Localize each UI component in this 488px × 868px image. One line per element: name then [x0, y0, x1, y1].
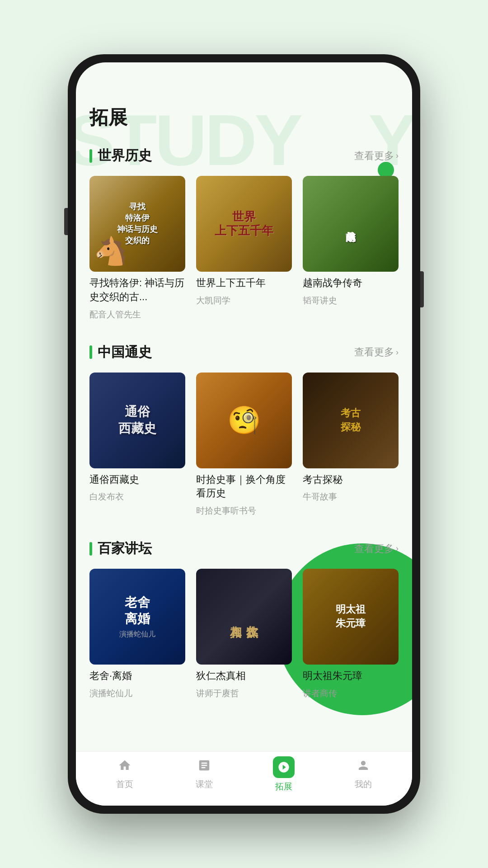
cover-divorce-text: 老舍离婚: [125, 594, 150, 627]
book-grid-world-history: 寻找特洛伊神话与历史交织的 寻找特洛伊: 神话与历史交织的古... 配音人管先生…: [89, 176, 399, 321]
title-bar-baijia: [89, 542, 92, 556]
nav-label-expand: 拓展: [275, 781, 292, 793]
book-item-vietnam[interactable]: 越南战争 越南战争传奇 韬哥讲史: [303, 176, 399, 321]
book-title-tibet: 通俗西藏史: [89, 473, 185, 487]
main-content: 拓展 世界历史 查看更多 ›: [76, 82, 412, 751]
see-more-baijia[interactable]: 查看更多 ›: [354, 542, 399, 556]
book-title-troy: 寻找特洛伊: 神话与历史交织的古...: [89, 276, 185, 304]
bottom-navigation: 首页 课堂 拓展: [76, 751, 412, 806]
nav-label-home: 首页: [116, 778, 133, 790]
section-header-china-history: 中国通史 查看更多 ›: [89, 343, 399, 362]
title-bar-world-history: [89, 149, 92, 163]
book-author-jie: 讲师于赓哲: [196, 688, 292, 699]
nav-item-mine[interactable]: 我的: [324, 759, 403, 790]
book-cover-vietnam: 越南战争: [303, 176, 399, 272]
book-author-tibet: 白发布衣: [89, 491, 185, 503]
chevron-right-icon: ›: [396, 151, 399, 160]
section-world-history: 世界历史 查看更多 › 寻找特洛伊神话与历史交织的 寻找特洛伊: 神话与历史交织…: [89, 146, 399, 321]
status-bar: [76, 62, 412, 82]
mine-icon: [357, 759, 370, 776]
book-item-divorce[interactable]: 老舍离婚 演播蛇仙儿 老舍·离婚 演播蛇仙儿: [89, 569, 185, 699]
book-cover-divorce: 老舍离婚 演播蛇仙儿: [89, 569, 185, 665]
book-cover-world5000: 世界上下五千年: [196, 176, 292, 272]
book-cover-tibet: 通俗西藏史: [89, 373, 185, 468]
chevron-right-icon-3: ›: [396, 544, 399, 553]
section-header-world-history: 世界历史 查看更多 ›: [89, 146, 399, 165]
book-cover-history-angle: 🧐: [196, 373, 292, 468]
section-title-world-history: 世界历史: [89, 146, 152, 165]
phone-screen: STUDY Y 拓展 世界历史 查看更多 ›: [76, 62, 412, 806]
cover-troy-text: 寻找特洛伊神话与历史交织的: [113, 197, 162, 251]
book-item-troy[interactable]: 寻找特洛伊神话与历史交织的 寻找特洛伊: 神话与历史交织的古... 配音人管先生: [89, 176, 185, 321]
nav-label-mine: 我的: [355, 778, 372, 790]
nav-label-class: 课堂: [196, 778, 213, 790]
book-cover-zhu: 明太祖朱元璋: [303, 569, 399, 665]
book-item-tibet[interactable]: 通俗西藏史 通俗西藏史 白发布衣: [89, 373, 185, 517]
book-author-zhu: 讲者商传: [303, 688, 399, 699]
book-item-world5000[interactable]: 世界上下五千年 世界上下五千年 大凯同学: [196, 176, 292, 321]
phone-frame: STUDY Y 拓展 世界历史 查看更多 ›: [68, 54, 420, 814]
book-title-world5000: 世界上下五千年: [196, 276, 292, 290]
nav-item-class[interactable]: 课堂: [164, 759, 244, 790]
book-cover-jie: 狄仁杰真相: [196, 569, 292, 665]
book-title-jie: 狄仁杰真相: [196, 669, 292, 683]
title-bar-china-history: [89, 345, 92, 359]
book-title-vietnam: 越南战争传奇: [303, 276, 399, 290]
page-title: 拓展: [89, 105, 399, 130]
book-title-history-angle: 时拾史事｜换个角度看历史: [196, 473, 292, 501]
book-author-world5000: 大凯同学: [196, 295, 292, 307]
home-icon: [118, 759, 131, 776]
power-button: [420, 271, 424, 307]
book-author-history-angle: 时拾史事听书号: [196, 505, 292, 517]
book-item-jie[interactable]: 狄仁杰真相 狄仁杰真相 讲师于赓哲: [196, 569, 292, 699]
book-item-zhu[interactable]: 明太祖朱元璋 明太祖朱元璋 讲者商传: [303, 569, 399, 699]
section-baijia: 百家讲坛 查看更多 › 老舍离婚 演播蛇仙儿 老舍·离婚: [89, 539, 399, 699]
chevron-right-icon-2: ›: [396, 348, 399, 357]
book-item-history-angle[interactable]: 🧐 时拾史事｜换个角度看历史 时拾史事听书号: [196, 373, 292, 517]
book-cover-troy: 寻找特洛伊神话与历史交织的: [89, 176, 185, 272]
cover-divorce-sub: 演播蛇仙儿: [119, 630, 155, 639]
section-title-china-history: 中国通史: [89, 343, 152, 362]
book-grid-china-history: 通俗西藏史 通俗西藏史 白发布衣 🧐 时拾史事｜换个角度看历史 时拾史事听书号: [89, 373, 399, 517]
cover-zhu-text: 明太祖朱元璋: [332, 599, 369, 634]
see-more-world-history[interactable]: 查看更多 ›: [354, 149, 399, 163]
volume-button: [64, 208, 68, 235]
book-author-vietnam: 韬哥讲史: [303, 295, 399, 307]
book-title-archaeology: 考古探秘: [303, 473, 399, 487]
bottom-padding: [89, 722, 399, 731]
nav-item-expand[interactable]: 拓展: [244, 756, 324, 793]
expand-icon: [273, 756, 295, 778]
cover-world5000-text: 世界上下五千年: [215, 210, 273, 238]
class-icon: [197, 759, 211, 776]
book-author-divorce: 演播蛇仙儿: [89, 688, 185, 699]
book-author-troy: 配音人管先生: [89, 309, 185, 321]
book-grid-baijia: 老舍离婚 演播蛇仙儿 老舍·离婚 演播蛇仙儿 狄仁杰真相 狄仁杰真相 讲师于赓哲: [89, 569, 399, 699]
cover-tibet-text: 通俗西藏史: [118, 404, 156, 437]
book-author-archaeology: 牛哥故事: [303, 491, 399, 503]
book-title-divorce: 老舍·离婚: [89, 669, 185, 683]
cover-history-angle-inner: 🧐: [227, 404, 261, 436]
book-item-archaeology[interactable]: 考古探秘 考古探秘 牛哥故事: [303, 373, 399, 517]
section-title-baijia: 百家讲坛: [89, 539, 152, 558]
book-cover-archaeology: 考古探秘: [303, 373, 399, 468]
section-header-baijia: 百家讲坛 查看更多 ›: [89, 539, 399, 558]
book-title-zhu: 明太祖朱元璋: [303, 669, 399, 683]
cover-archaeology-text: 考古探秘: [341, 406, 361, 434]
nav-item-home[interactable]: 首页: [85, 759, 164, 790]
see-more-china-history[interactable]: 查看更多 ›: [354, 345, 399, 359]
section-china-history: 中国通史 查看更多 › 通俗西藏史 通俗西藏史 白发布衣: [89, 343, 399, 517]
